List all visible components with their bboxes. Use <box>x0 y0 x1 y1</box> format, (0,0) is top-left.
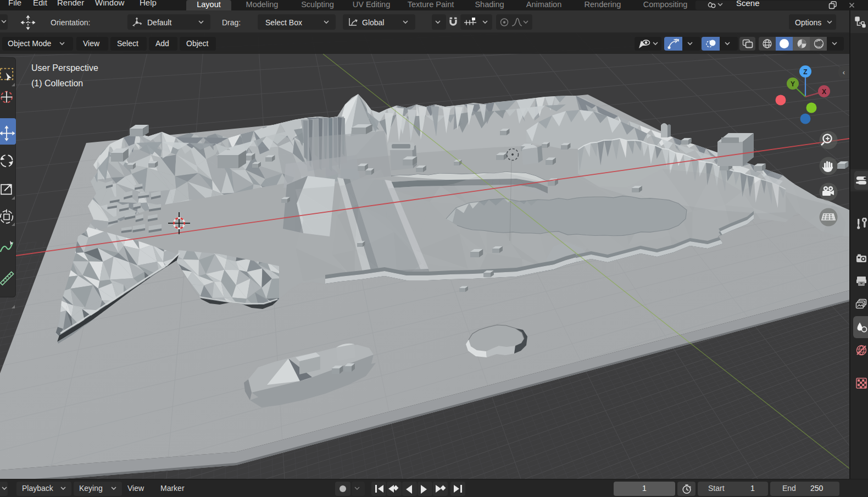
svg-text:X: X <box>822 88 826 96</box>
svg-text:Y: Y <box>791 80 795 88</box>
svg-text:‹: ‹ <box>843 68 845 76</box>
svg-text:(1) Collection: (1) Collection <box>31 79 83 88</box>
svg-text:Z: Z <box>803 68 807 76</box>
svg-text:User Perspective: User Perspective <box>31 63 98 73</box>
